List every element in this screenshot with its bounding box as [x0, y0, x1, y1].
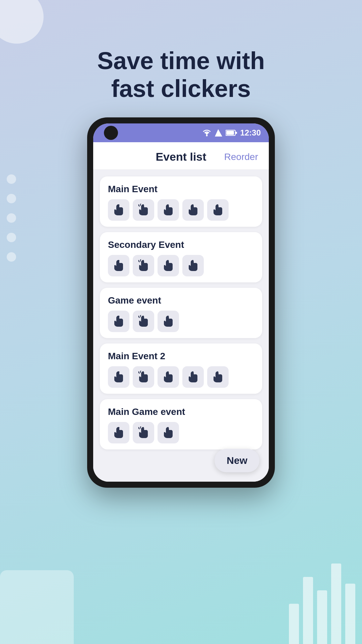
event-card-game-event[interactable]: Game event: [100, 288, 262, 338]
clicker-btn-main-event-2-2[interactable]: [158, 366, 179, 388]
clicker-btn-main-event-4[interactable]: [207, 199, 229, 221]
svg-point-1: [206, 135, 207, 137]
status-time: 12:30: [240, 128, 261, 138]
clicker-btn-main-event-2[interactable]: [158, 199, 179, 221]
headline: Save time with fast clickers: [0, 47, 362, 103]
clicker-btn-main-game-event-1[interactable]: [133, 422, 154, 443]
clicker-btn-main-event-2-3[interactable]: [182, 366, 204, 388]
clicker-btn-secondary-event-1[interactable]: [133, 255, 154, 276]
event-card-main-event[interactable]: Main Event: [100, 176, 262, 227]
clicker-btn-secondary-event-0[interactable]: [108, 255, 129, 276]
clicker-row-main-event-2: [108, 366, 254, 388]
clicker-btn-main-game-event-0[interactable]: [108, 422, 129, 443]
clicker-btn-main-event-3[interactable]: [182, 199, 204, 221]
svg-marker-2: [215, 129, 222, 137]
svg-point-10: [118, 427, 120, 428]
clicker-btn-secondary-event-2[interactable]: [158, 255, 179, 276]
clicker-row-secondary-event: [108, 255, 254, 276]
headline-line2: fast clickers: [111, 75, 251, 102]
reorder-button[interactable]: Reorder: [224, 152, 258, 162]
svg-rect-5: [236, 132, 237, 134]
event-name-game-event: Game event: [108, 295, 254, 306]
clicker-row-main-event: [108, 199, 254, 221]
event-name-secondary-event: Secondary Event: [108, 239, 254, 250]
svg-rect-4: [226, 131, 234, 135]
app-title: Event list: [156, 150, 206, 163]
clicker-btn-main-event-2-4[interactable]: [207, 366, 229, 388]
status-bar: 12:30: [93, 123, 269, 142]
clicker-btn-game-event-0[interactable]: [108, 311, 129, 332]
svg-point-8: [118, 316, 120, 317]
clicker-btn-main-event-0[interactable]: [108, 199, 129, 221]
new-fab-button[interactable]: New: [215, 449, 259, 472]
bg-decoration-circle: [0, 0, 44, 44]
clicker-btn-game-event-2[interactable]: [158, 311, 179, 332]
svg-point-9: [118, 371, 120, 373]
event-card-secondary-event[interactable]: Secondary Event: [100, 232, 262, 282]
clicker-btn-secondary-event-3[interactable]: [182, 255, 204, 276]
wifi-icon: [202, 129, 212, 137]
svg-point-6: [118, 204, 120, 206]
status-icons: 12:30: [202, 128, 261, 138]
clicker-btn-main-event-1[interactable]: [133, 199, 154, 221]
phone-inner: 12:30 Event list Reorder Main Event Seco…: [93, 123, 269, 482]
clicker-btn-main-event-2-0[interactable]: [108, 366, 129, 388]
event-card-main-game-event[interactable]: Main Game event: [100, 399, 262, 449]
camera-hole: [104, 126, 118, 140]
event-list: Main Event Secondary Event Game event Ma…: [93, 170, 269, 482]
clicker-btn-main-game-event-2[interactable]: [158, 422, 179, 443]
app-header: Event list Reorder: [93, 142, 269, 170]
event-name-main-event-2: Main Event 2: [108, 351, 254, 362]
phone-outer: 12:30 Event list Reorder Main Event Seco…: [87, 117, 275, 488]
clicker-row-main-game-event: [108, 422, 254, 443]
event-card-main-event-2[interactable]: Main Event 2: [100, 343, 262, 394]
clicker-row-game-event: [108, 311, 254, 332]
clicker-btn-game-event-1[interactable]: [133, 311, 154, 332]
phone-mockup: 12:30 Event list Reorder Main Event Seco…: [34, 117, 328, 624]
svg-point-7: [118, 260, 120, 261]
battery-icon: [226, 129, 237, 136]
event-name-main-game-event: Main Game event: [108, 407, 254, 417]
signal-icon: [215, 129, 222, 137]
headline-line1: Save time with: [97, 47, 265, 74]
clicker-btn-main-event-2-1[interactable]: [133, 366, 154, 388]
event-name-main-event: Main Event: [108, 184, 254, 195]
